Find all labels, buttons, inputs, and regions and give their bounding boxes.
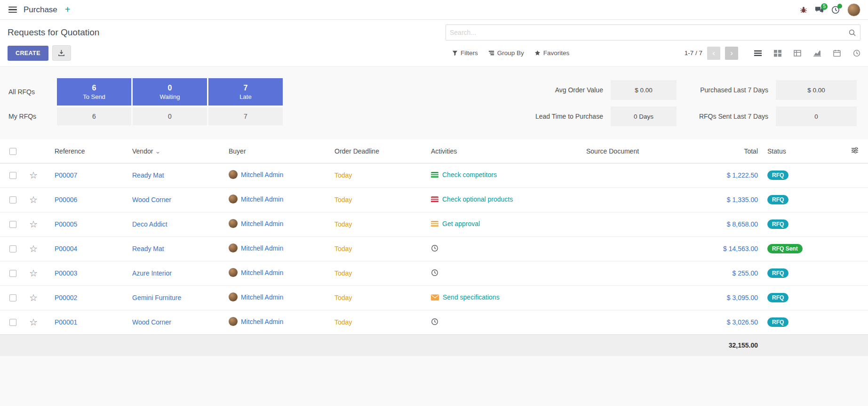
- reference-link[interactable]: P00001: [55, 318, 77, 326]
- header-activities[interactable]: Activities: [426, 139, 581, 163]
- reference-link[interactable]: P00005: [55, 220, 77, 228]
- vendor-link[interactable]: Wood Corner: [132, 318, 171, 326]
- kpi-tile-waiting[interactable]: 0 Waiting: [133, 78, 207, 106]
- buyer-link[interactable]: Mitchell Admin: [241, 195, 283, 203]
- favorite-star-icon[interactable]: ☆: [29, 170, 38, 180]
- activity-type-icon[interactable]: [431, 196, 438, 203]
- buyer-link[interactable]: Mitchell Admin: [241, 318, 283, 325]
- vendor-link[interactable]: Ready Mat: [132, 245, 164, 252]
- favorites-button[interactable]: Favorites: [534, 49, 570, 57]
- search-input[interactable]: [450, 29, 848, 36]
- buyer-link[interactable]: Mitchell Admin: [241, 293, 283, 301]
- kpi-my-to-send[interactable]: 6: [57, 107, 131, 125]
- pager-prev-button[interactable]: ‹: [707, 47, 720, 60]
- debug-bug-icon[interactable]: [800, 6, 807, 14]
- activity-type-icon[interactable]: [431, 244, 438, 252]
- activity-label[interactable]: Check optional products: [442, 195, 513, 203]
- favorite-star-icon[interactable]: ☆: [29, 317, 38, 327]
- vendor-link[interactable]: Wood Corner: [132, 196, 171, 203]
- buyer-link[interactable]: Mitchell Admin: [241, 244, 283, 252]
- activity-label[interactable]: Check competitors: [442, 171, 497, 179]
- row-total: $ 1,222.50: [727, 171, 758, 179]
- pivot-view-icon[interactable]: [794, 49, 801, 57]
- kpi-tile-late[interactable]: 7 Late: [208, 78, 283, 106]
- header-status[interactable]: Status: [763, 139, 828, 163]
- funnel-icon: [452, 50, 458, 56]
- activities-clock-icon[interactable]: [831, 6, 840, 14]
- buyer-link[interactable]: Mitchell Admin: [241, 220, 283, 227]
- table-row[interactable]: ☆ P00001 Wood Corner Mitchell Admin Toda…: [0, 310, 868, 334]
- kpi-my-waiting[interactable]: 0: [133, 107, 207, 125]
- buyer-link[interactable]: Mitchell Admin: [241, 171, 283, 179]
- header-reference[interactable]: Reference: [50, 139, 127, 163]
- create-button[interactable]: CREATE: [8, 46, 48, 61]
- sort-caret-icon: ⌄: [155, 147, 160, 155]
- apps-menu-icon[interactable]: [8, 5, 18, 15]
- graph-view-icon[interactable]: [813, 49, 821, 57]
- row-checkbox[interactable]: [9, 245, 16, 252]
- favorite-star-icon[interactable]: ☆: [29, 195, 38, 205]
- favorite-star-icon[interactable]: ☆: [29, 268, 38, 278]
- favorite-star-icon[interactable]: ☆: [29, 219, 38, 229]
- activity-type-icon[interactable]: [431, 172, 438, 178]
- export-button[interactable]: [52, 45, 71, 61]
- vendor-link[interactable]: Gemini Furniture: [132, 294, 181, 301]
- new-tab-button[interactable]: +: [65, 4, 71, 15]
- messages-icon[interactable]: 5: [815, 6, 824, 14]
- row-checkbox[interactable]: [9, 196, 16, 203]
- reference-link[interactable]: P00003: [55, 269, 77, 277]
- filters-button[interactable]: Filters: [452, 49, 478, 57]
- kanban-view-icon[interactable]: [774, 49, 781, 57]
- row-checkbox[interactable]: [9, 270, 16, 277]
- optional-columns-icon[interactable]: [851, 146, 859, 154]
- table-row[interactable]: ☆ P00005 Deco Addict Mitchell Admin Toda…: [0, 212, 868, 236]
- pager-next-button[interactable]: ›: [725, 47, 738, 60]
- reference-link[interactable]: P00006: [55, 196, 77, 203]
- activity-type-icon[interactable]: [431, 269, 438, 276]
- activity-view-icon[interactable]: [853, 49, 860, 57]
- activity-label[interactable]: Get approval: [442, 220, 480, 227]
- select-all-checkbox[interactable]: [9, 148, 16, 155]
- header-source-document[interactable]: Source Document: [581, 139, 697, 163]
- search-box[interactable]: [446, 24, 860, 41]
- header-order-deadline[interactable]: Order Deadline: [330, 139, 426, 163]
- calendar-view-icon[interactable]: [833, 49, 841, 57]
- activity-type-icon[interactable]: [431, 221, 438, 227]
- vendor-link[interactable]: Ready Mat: [132, 171, 164, 179]
- kpi-tile-to-send[interactable]: 6 To Send: [57, 78, 131, 106]
- header-buyer[interactable]: Buyer: [224, 139, 330, 163]
- activity-type-icon[interactable]: [431, 318, 438, 325]
- table-row[interactable]: ☆ P00007 Ready Mat Mitchell Admin Today …: [0, 163, 868, 187]
- favorite-star-icon[interactable]: ☆: [29, 292, 38, 303]
- app-name[interactable]: Purchase: [24, 5, 57, 15]
- header-total[interactable]: Total: [697, 139, 763, 163]
- vendor-link[interactable]: Deco Addict: [132, 220, 167, 228]
- reference-link[interactable]: P00007: [55, 171, 77, 179]
- list-view-icon[interactable]: [754, 49, 762, 57]
- kpi-my-late[interactable]: 7: [208, 107, 283, 125]
- table-row[interactable]: ☆ P00004 Ready Mat Mitchell Admin Today …: [0, 236, 868, 261]
- reference-link[interactable]: P00002: [55, 294, 77, 301]
- row-total: $ 255.00: [733, 269, 758, 277]
- user-avatar[interactable]: [847, 3, 860, 16]
- order-deadline-value: Today: [334, 220, 352, 228]
- group-by-button[interactable]: Group By: [488, 49, 524, 57]
- reference-link[interactable]: P00004: [55, 245, 77, 252]
- activity-label[interactable]: Send specifications: [443, 293, 500, 301]
- search-icon[interactable]: [848, 29, 856, 37]
- row-checkbox[interactable]: [9, 319, 16, 326]
- activity-type-icon[interactable]: [431, 294, 439, 300]
- table-row[interactable]: ☆ P00002 Gemini Furniture Mitchell Admin…: [0, 285, 868, 310]
- table-row[interactable]: ☆ P00003 Azure Interior Mitchell Admin T…: [0, 261, 868, 285]
- buyer-link[interactable]: Mitchell Admin: [241, 269, 283, 276]
- stat-lead-time: Lead Time to Purchase 0 Days: [535, 106, 677, 126]
- row-checkbox[interactable]: [9, 221, 16, 228]
- header-vendor[interactable]: Vendor⌄: [127, 139, 224, 163]
- status-badge: RFQ Sent: [767, 244, 803, 253]
- vendor-link[interactable]: Azure Interior: [132, 269, 172, 277]
- favorites-star-icon: [534, 50, 541, 56]
- row-checkbox[interactable]: [9, 172, 16, 179]
- table-row[interactable]: ☆ P00006 Wood Corner Mitchell Admin Toda…: [0, 187, 868, 212]
- favorite-star-icon[interactable]: ☆: [29, 244, 38, 254]
- row-checkbox[interactable]: [9, 294, 16, 301]
